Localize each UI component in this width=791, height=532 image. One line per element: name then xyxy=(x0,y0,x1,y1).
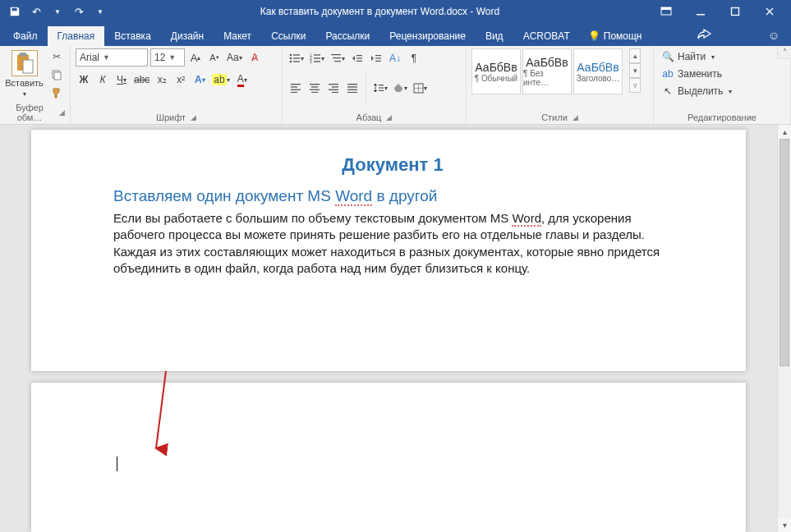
svg-rect-26 xyxy=(356,61,362,62)
style-heading1-label: Заголово… xyxy=(577,74,620,83)
shrink-font-icon[interactable]: A▾ xyxy=(206,49,223,66)
strikethrough-button[interactable]: abc xyxy=(132,71,151,88)
text-effects-icon[interactable]: A▾ xyxy=(191,71,208,88)
tab-references[interactable]: Ссылки xyxy=(261,26,315,46)
tab-acrobat[interactable]: ACROBAT xyxy=(513,26,580,46)
tab-home[interactable]: Главная xyxy=(48,26,105,46)
svg-rect-32 xyxy=(291,89,301,90)
close-icon[interactable] xyxy=(753,2,786,21)
document-scroll[interactable]: Документ 1 Вставляем один документ MS Wo… xyxy=(0,125,777,532)
doc-body-pre: Если вы работаете с большим по объему те… xyxy=(113,211,512,225)
replace-button[interactable]: abЗаменить xyxy=(659,66,785,82)
paragraph-dialog-launcher[interactable]: ◢ xyxy=(386,113,392,122)
underline-button[interactable]: Ч▾ xyxy=(113,71,130,88)
collapse-ribbon-icon[interactable]: ˄ xyxy=(777,46,791,59)
svg-point-13 xyxy=(290,61,292,63)
svg-rect-35 xyxy=(311,86,318,87)
style-preview: АаБбВв xyxy=(475,61,517,74)
svg-rect-42 xyxy=(347,84,357,85)
increase-indent-icon[interactable] xyxy=(368,50,384,66)
change-case-icon[interactable]: Aa▾ xyxy=(225,49,244,66)
svg-rect-28 xyxy=(375,57,381,58)
scroll-down-icon[interactable]: ▾ xyxy=(778,518,791,532)
font-dialog-launcher[interactable]: ◢ xyxy=(191,113,196,122)
find-label: Найти xyxy=(678,51,706,62)
align-right-icon[interactable] xyxy=(325,80,342,96)
page-1[interactable]: Документ 1 Вставляем один документ MS Wo… xyxy=(31,130,746,371)
group-paragraph: ▾ 123▾ ▾ A↓ ¶ ▾ ▾ ▾ Абзац◢ xyxy=(283,46,467,124)
group-editing: 🔍Найти▾ abЗаменить ↖Выделить▾ Редактиров… xyxy=(654,46,791,124)
scroll-up-icon[interactable]: ▴ xyxy=(778,125,791,139)
bullets-icon[interactable]: ▾ xyxy=(287,50,306,66)
find-button[interactable]: 🔍Найти▾ xyxy=(659,48,785,65)
maximize-icon[interactable] xyxy=(719,2,752,21)
share-icon[interactable] xyxy=(689,24,720,46)
scroll-thumb[interactable] xyxy=(780,139,789,366)
grow-font-icon[interactable]: A▴ xyxy=(187,49,204,66)
styles-scroll-up-icon[interactable]: ▴ xyxy=(629,48,641,63)
cut-icon[interactable]: ✂ xyxy=(48,48,65,65)
svg-rect-12 xyxy=(293,57,300,58)
bold-button[interactable]: Ж xyxy=(76,71,92,88)
minimize-icon[interactable] xyxy=(684,2,717,21)
tab-view[interactable]: Вид xyxy=(476,26,513,46)
svg-line-52 xyxy=(156,371,166,448)
font-size-value: 12 xyxy=(154,52,165,63)
highlight-icon[interactable]: ab▾ xyxy=(210,71,231,88)
undo-icon[interactable]: ↶ xyxy=(26,2,46,21)
clipboard-dialog-launcher[interactable]: ◢ xyxy=(59,108,65,117)
styles-dialog-launcher[interactable]: ◢ xyxy=(573,113,578,122)
doc-heading-squiggle: Word xyxy=(335,187,372,206)
paste-button[interactable]: Вставить ▾ xyxy=(5,48,44,98)
scroll-track[interactable] xyxy=(778,139,791,518)
select-button[interactable]: ↖Выделить▾ xyxy=(659,83,785,99)
select-label: Выделить xyxy=(678,85,723,97)
align-left-icon[interactable] xyxy=(287,80,304,96)
superscript-button[interactable]: x² xyxy=(172,71,189,88)
justify-icon[interactable] xyxy=(344,80,361,96)
svg-rect-29 xyxy=(375,61,381,62)
svg-rect-21 xyxy=(331,54,341,55)
numbering-icon[interactable]: 123▾ xyxy=(308,50,326,66)
style-normal[interactable]: АаБбВв ¶ Обычный xyxy=(471,48,521,94)
tab-file[interactable]: Файл xyxy=(3,26,48,46)
tab-layout[interactable]: Макет xyxy=(214,26,261,46)
font-name-combo[interactable]: Arial▼ xyxy=(76,48,148,66)
save-icon[interactable] xyxy=(5,2,25,21)
style-no-spacing[interactable]: АаБбВв ¶ Без инте… xyxy=(522,48,572,94)
align-center-icon[interactable] xyxy=(306,80,323,96)
line-spacing-icon[interactable]: ▾ xyxy=(371,80,389,96)
vertical-scrollbar[interactable]: ▴ ▾ xyxy=(777,125,791,532)
ribbon-options-icon[interactable] xyxy=(650,2,683,21)
svg-rect-49 xyxy=(414,84,423,93)
qat-customize-icon[interactable]: ▼ xyxy=(90,2,110,21)
subscript-button[interactable]: x₂ xyxy=(154,71,170,88)
sort-icon[interactable]: A↓ xyxy=(387,50,403,66)
show-marks-icon[interactable]: ¶ xyxy=(406,50,422,66)
multilevel-list-icon[interactable]: ▾ xyxy=(329,50,347,66)
decrease-indent-icon[interactable] xyxy=(349,50,366,66)
tab-insert[interactable]: Вставка xyxy=(104,26,161,46)
tab-design[interactable]: Дизайн xyxy=(161,26,214,46)
borders-icon[interactable]: ▾ xyxy=(412,80,429,96)
style-heading1[interactable]: АаБбВв Заголово… xyxy=(573,48,623,94)
clear-formatting-icon[interactable]: A̷ xyxy=(246,49,263,66)
copy-icon[interactable] xyxy=(48,66,65,83)
shading-icon[interactable]: ▾ xyxy=(392,80,409,96)
font-size-combo[interactable]: 12▼ xyxy=(150,48,185,66)
tab-mailings[interactable]: Рассылки xyxy=(315,26,379,46)
feedback-icon[interactable]: ☺ xyxy=(760,25,788,46)
doc-heading: Вставляем один документ MS Word в другой xyxy=(113,187,672,205)
styles-expand-icon[interactable]: ▿ xyxy=(629,78,641,93)
styles-scroll-down-icon[interactable]: ▾ xyxy=(629,63,641,78)
tab-review[interactable]: Рецензирование xyxy=(379,26,476,46)
format-painter-icon[interactable] xyxy=(48,85,65,101)
chevron-down-icon[interactable]: ▼ xyxy=(48,2,67,21)
svg-rect-14 xyxy=(293,61,300,62)
redo-icon[interactable]: ↷ xyxy=(69,2,89,21)
italic-button[interactable]: К xyxy=(94,71,111,88)
svg-rect-37 xyxy=(311,92,318,93)
tell-me[interactable]: 💡 Помощн xyxy=(580,26,651,46)
font-color-icon[interactable]: A▾ xyxy=(234,71,251,88)
page-2[interactable] xyxy=(31,383,746,532)
